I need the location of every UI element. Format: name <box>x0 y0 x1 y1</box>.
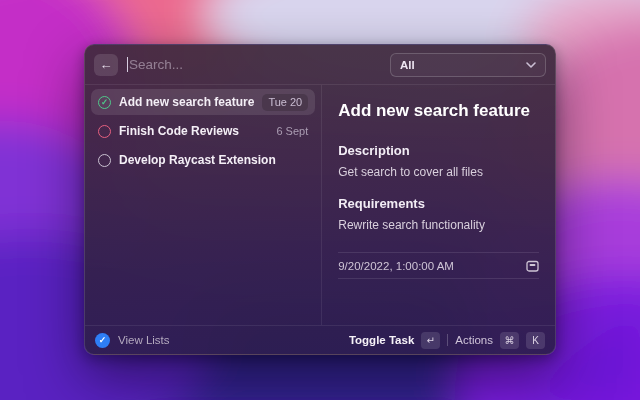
task-status-open-icon <box>98 125 111 138</box>
chevron-down-icon <box>526 62 536 68</box>
task-label: Add new search feature <box>119 95 254 109</box>
back-button[interactable]: ← <box>94 54 118 76</box>
text-caret <box>127 57 128 72</box>
task-status-done-icon: ✓ <box>98 96 111 109</box>
section-body-description: Get search to cover all files <box>338 165 539 179</box>
task-label: Develop Raycast Extension <box>119 153 300 167</box>
footer-actions: Toggle Task ↵ Actions ⌘ K <box>349 332 545 349</box>
due-date-value: 9/20/2022, 1:00:00 AM <box>338 260 454 272</box>
task-row[interactable]: Develop Raycast Extension <box>91 147 315 173</box>
search-input[interactable] <box>129 57 381 72</box>
section-heading-requirements: Requirements <box>338 196 539 211</box>
detail-title: Add new search feature <box>338 101 539 121</box>
task-row[interactable]: Finish Code Reviews 6 Sept <box>91 118 315 144</box>
back-arrow-icon: ← <box>100 58 113 71</box>
task-row[interactable]: ✓ Add new search feature Tue 20 <box>91 89 315 115</box>
todo-app-icon: ✓ <box>95 333 110 348</box>
section-heading-description: Description <box>338 143 539 158</box>
search-field <box>127 57 381 72</box>
task-due-date: Tue 20 <box>262 94 308 111</box>
task-due-date: 6 Sept <box>276 125 308 137</box>
task-label: Finish Code Reviews <box>119 124 268 138</box>
task-detail-panel: Add new search feature Description Get s… <box>322 85 555 325</box>
filter-dropdown-value: All <box>400 59 415 71</box>
command-name-label: View Lists <box>118 334 170 346</box>
k-keycap: K <box>526 332 545 349</box>
desktop: ← All ✓ Add new search feature <box>0 0 640 400</box>
task-list: ✓ Add new search feature Tue 20 Finish C… <box>85 85 321 325</box>
action-bar: ✓ View Lists Toggle Task ↵ Actions ⌘ K <box>85 325 555 354</box>
footer-divider <box>447 334 448 346</box>
enter-keycap: ↵ <box>421 332 440 349</box>
raycast-window: ← All ✓ Add new search feature <box>84 44 556 355</box>
cmd-keycap: ⌘ <box>500 332 519 349</box>
calendar-icon <box>526 260 539 272</box>
actions-menu-button[interactable]: Actions <box>455 334 493 346</box>
filter-dropdown[interactable]: All <box>390 53 546 77</box>
toggle-task-action[interactable]: Toggle Task <box>349 334 414 346</box>
due-date-field[interactable]: 9/20/2022, 1:00:00 AM <box>338 252 539 279</box>
search-header: ← All <box>85 45 555 85</box>
task-status-open-icon <box>98 154 111 167</box>
section-body-requirements: Rewrite search functionality <box>338 218 539 232</box>
window-body: ✓ Add new search feature Tue 20 Finish C… <box>85 85 555 325</box>
